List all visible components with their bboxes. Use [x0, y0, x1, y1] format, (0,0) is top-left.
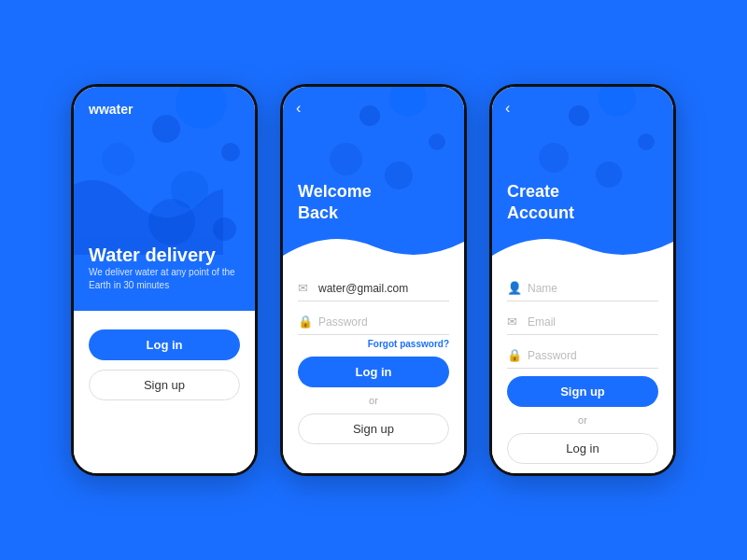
lock-icon: 🔒 [298, 315, 313, 329]
password-input-row: 🔒 👁 [507, 343, 658, 369]
screen-login: ‹ WelcomeBack ✉ ✓ 🔒 👁 Forgot password? L… [280, 84, 467, 476]
app-logo: wwater [89, 102, 133, 117]
person-icon: 👤 [507, 281, 522, 295]
email-input[interactable] [528, 315, 668, 329]
or-divider: or [298, 395, 449, 406]
login-header: ‹ WelcomeBack [283, 87, 464, 264]
name-input[interactable] [528, 282, 668, 295]
password-input-row: 🔒 👁 [298, 309, 449, 335]
eye-icon[interactable]: 👁 [464, 316, 467, 328]
splash-actions: Log in Sign up [74, 311, 255, 473]
splash-login-button[interactable]: Log in [89, 329, 240, 360]
password-input[interactable] [318, 315, 458, 329]
signup-header: ‹ CreateAccount [492, 87, 673, 264]
eye-icon[interactable]: 👁 [673, 350, 676, 361]
login-form: ✉ ✓ 🔒 👁 Forgot password? Log in or Sign … [283, 264, 464, 473]
create-account-button[interactable]: Sign up [507, 376, 658, 407]
password-input[interactable] [528, 349, 668, 362]
email-icon: ✉ [507, 315, 522, 329]
splash-header: wwater Water delivery We deliver water a… [74, 87, 255, 311]
signup-back-button[interactable]: ‹ [505, 100, 510, 117]
signup-title: CreateAccount [507, 181, 574, 223]
screen-signup: ‹ CreateAccount 👤 ✉ 🔒 👁 Sign up or Log i… [489, 84, 676, 476]
signup-button[interactable]: Sign up [298, 413, 449, 444]
login-button[interactable]: Log in [507, 433, 658, 464]
email-input-row: ✉ ✓ [298, 275, 449, 301]
splash-headline: Water delivery [89, 244, 216, 266]
email-icon: ✉ [298, 281, 313, 295]
email-input[interactable] [318, 282, 458, 295]
email-input-row: ✉ [507, 309, 658, 335]
login-back-button[interactable]: ‹ [296, 100, 301, 117]
screen-splash: wwater Water delivery We deliver water a… [71, 84, 258, 476]
login-button[interactable]: Log in [298, 357, 449, 387]
splash-subtext: We deliver water at any point of the Ear… [89, 266, 240, 292]
or-divider: or [507, 414, 658, 426]
splash-signup-button[interactable]: Sign up [89, 370, 240, 400]
forgot-password-link[interactable]: Forgot password? [298, 339, 449, 349]
check-icon: ✓ [464, 281, 467, 295]
name-input-row: 👤 [507, 275, 658, 301]
login-title: WelcomeBack [298, 181, 372, 223]
signup-form: 👤 ✉ 🔒 👁 Sign up or Log in [492, 264, 673, 476]
lock-icon: 🔒 [507, 348, 522, 362]
